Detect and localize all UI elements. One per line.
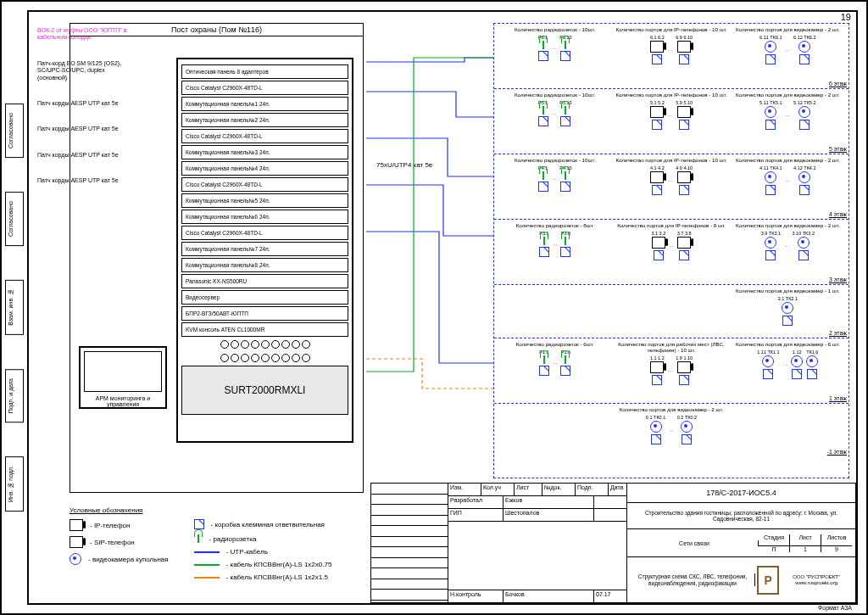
- junction-box-icon: [560, 182, 570, 192]
- floor-label: 1 этаж: [829, 395, 847, 401]
- radio-socket-icon: [198, 534, 199, 543]
- junction-box-icon: [539, 247, 549, 257]
- ip-phone-icon: [650, 41, 664, 53]
- port-label: 4.11 ТК4.1: [760, 165, 782, 171]
- port-label: 0.2 ТК0.2: [677, 415, 697, 420]
- junction-box-icon: [538, 182, 548, 192]
- pdu-row: [181, 338, 348, 350]
- legend-item: - радиорозетка: [194, 534, 332, 543]
- radio-socket-icon: [565, 237, 566, 245]
- junction-box-icon: [798, 250, 809, 260]
- block-title: Количество портов для IP-телефонов - 10 …: [615, 92, 726, 98]
- floor-section: Количество радиорозеток - 10шт.P6.1…P6.1…: [494, 24, 849, 89]
- block-title: Количество портов для видеокамер - 2 шт.: [732, 92, 843, 98]
- junction-box-icon: [538, 116, 548, 126]
- system-name: Сети связи: [631, 540, 759, 546]
- arm-label: АРМ мониторинга и управления: [81, 395, 165, 407]
- ip-phone-icon: [650, 361, 664, 373]
- rack-device: БПР2-ВГЗ/50АВТ-ЮПТП: [181, 306, 348, 321]
- legend-item: - кабель КПСВВнг(А)-LS 1x2x1.5: [194, 573, 332, 581]
- ip-phone-icon: [650, 106, 664, 118]
- rack-device: Коммутационная панель№7 24п.: [181, 242, 348, 256]
- drawing-sheet: 19 Согласовано Согласовано Взам. инв. № …: [0, 0, 868, 615]
- port-label: 4.12 ТК4.2: [793, 165, 815, 171]
- rack-device: Cisco Catalyst C2960X-48TD-L: [181, 177, 348, 192]
- junction-box-icon: [679, 375, 689, 385]
- junction-box-icon: [560, 51, 570, 61]
- dome-camera-icon: [798, 41, 810, 53]
- block-title: Количество радиорозеток - 10шт.: [499, 27, 610, 33]
- block-title: Количество радиорозеток - 6шт.: [499, 342, 610, 348]
- block-title: Количество портов для IP-телефонов - 10 …: [615, 158, 726, 164]
- junction-box-icon: [679, 250, 689, 260]
- port-label: 1.12: [793, 349, 802, 355]
- junction-box-icon: [765, 250, 776, 260]
- junction-box-icon: [652, 54, 662, 64]
- junction-box-icon: [560, 247, 570, 257]
- rack-device: Panasonic KX-NS500RU: [181, 274, 348, 288]
- legend-item: - IP-телефон: [70, 519, 169, 531]
- room-title: Пост охраны (Пом №116): [70, 24, 363, 36]
- dome-camera-icon: [806, 355, 818, 367]
- dome-camera-icon: [762, 355, 774, 367]
- sipphone-icon: [70, 536, 83, 548]
- junction-box-icon: [538, 51, 548, 61]
- side-tab: Взам. инв. №: [5, 280, 24, 335]
- rack-device: Коммутационная панель№6 24п.: [181, 210, 348, 224]
- junction-box-icon: [654, 250, 664, 260]
- junction-box-icon: [799, 185, 810, 195]
- port-label: 0.1 ТК0.1: [646, 415, 665, 420]
- floor-section: Количество радиорозеток - 6шт.P1.1…P1.6К…: [494, 338, 849, 404]
- ipphone-icon: [70, 519, 83, 531]
- dome-camera-icon: [765, 41, 776, 53]
- block-title: Количество портов для IP-телефонов - 10 …: [615, 27, 726, 33]
- port-label: 5.12 ТК5.2: [793, 100, 815, 105]
- radio-socket-icon: [565, 106, 566, 115]
- floor-label: -1 этаж: [827, 449, 847, 455]
- ip-phone-icon: [650, 171, 664, 183]
- junction-box-icon: [765, 120, 776, 130]
- company-name: ООО "РУСПРОЕКТ" www.rusproekt.org: [782, 574, 850, 585]
- port-label: 5.1 5.2: [650, 100, 665, 105]
- port-label: 4.1 4.2: [650, 165, 665, 171]
- rack-cabinet: Оптическая панель 8 адаптеровCisco Catal…: [176, 58, 353, 443]
- junction-box-icon: [679, 185, 689, 195]
- floor-section: Количество радиорозеток - 8шт.P3.1…P3.8К…: [494, 220, 849, 285]
- dome-camera-icon: [765, 237, 776, 249]
- port-label: 3.10 ТК3.2: [793, 231, 815, 236]
- pdu-row: [181, 352, 348, 364]
- rack-device: Cisco Catalyst C2960X-48TD-L: [181, 81, 348, 95]
- radio-socket-icon: [542, 171, 544, 180]
- rack-device: Видеосервер: [181, 290, 348, 305]
- junction-box-icon: [799, 54, 810, 64]
- junction-box-icon: [679, 120, 689, 130]
- block-title: Количество портов для IP-телефонов - 8 ш…: [615, 223, 726, 229]
- junction-box-icon: [652, 185, 662, 195]
- radio-socket-icon: [565, 355, 566, 364]
- floor-label: 3 этаж: [829, 277, 847, 282]
- port-label: 1.1 1.2: [650, 355, 665, 361]
- floor-label: 2 этаж: [829, 330, 847, 336]
- block-title: Количество радиорозеток - 10шт.: [499, 92, 610, 98]
- rack-device: Коммутационная панель№4 24п.: [181, 161, 348, 176]
- junction-box-icon: [679, 54, 689, 64]
- rack-device: Оптическая панель 8 адаптеров: [181, 64, 348, 79]
- floor-section: Количество портов для видеокамер - 2 шт.…: [494, 404, 849, 456]
- project-title: Строительство здания гостиницы, располож…: [627, 503, 855, 529]
- junction-box-icon: [763, 369, 773, 379]
- radio-socket-icon: [543, 355, 545, 364]
- port-label: 3.1 3.2: [651, 231, 665, 236]
- junction-box-icon: [560, 116, 570, 126]
- block-title: Количество портов для видеокамер - 2 шт.: [615, 407, 726, 413]
- junction-box-icon: [807, 369, 817, 379]
- port-label: 3.9 ТК3.1: [761, 231, 781, 236]
- ip-phone-icon: [677, 237, 691, 249]
- port-label: 1.9 1.10: [676, 355, 693, 361]
- junction-box-icon: [782, 316, 793, 326]
- title-block: Изм. Кол.уч Лист №док. Подп. Дата Разраб…: [448, 483, 856, 603]
- junction-box-icon: [799, 120, 810, 130]
- block-title: Количество портов для видеокамер - 2 шт.: [732, 158, 843, 164]
- junction-box-icon: [560, 366, 570, 376]
- legend-item: - UTP-кабель: [194, 548, 332, 556]
- radio-socket-icon: [542, 41, 544, 49]
